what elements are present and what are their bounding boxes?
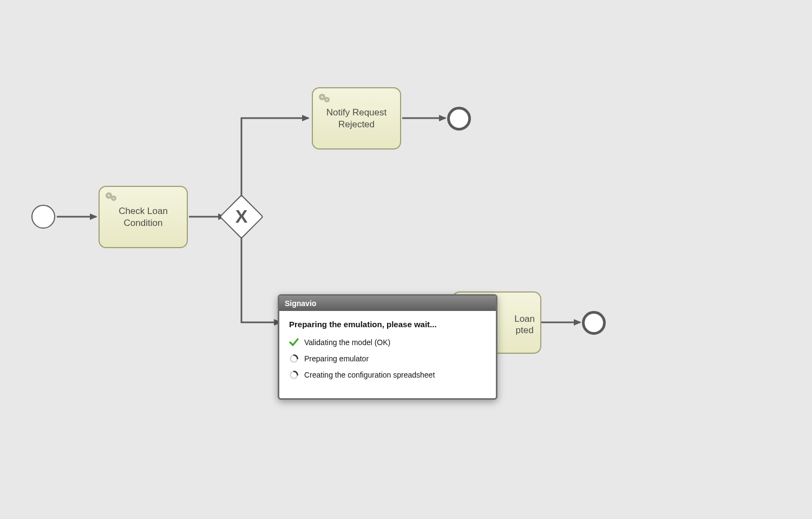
gateway-x-icon: X [235,206,248,227]
spinner-icon [289,354,299,364]
svg-point-7 [326,99,328,100]
exclusive-gateway[interactable]: X [226,201,257,232]
svg-point-2 [108,194,110,197]
svg-point-3 [113,197,114,199]
service-task-icon [318,93,331,105]
status-label: Preparing emulator [304,354,369,363]
end-event-rejected[interactable] [447,107,471,131]
dialog-title: Signavio [279,296,496,311]
task-notify-request-rejected[interactable]: Notify Request Rejected [312,87,401,150]
emulation-progress-dialog: Signavio Preparing the emulation, please… [278,294,497,400]
status-row-spreadsheet: Creating the configuration spreadsheet [289,370,486,380]
sequence-flows [0,0,812,519]
svg-point-6 [321,96,323,98]
check-icon [289,338,299,347]
dialog-heading: Preparing the emulation, please wait... [289,320,486,329]
status-label: Creating the configuration spreadsheet [304,371,435,379]
bpmn-canvas[interactable]: Check Loan Condition X Notify Request Re… [0,0,812,519]
status-row-preparing: Preparing emulator [289,354,486,364]
service-task-icon [105,191,118,203]
task-label: Loan pted [514,313,535,336]
task-check-loan-condition[interactable]: Check Loan Condition [99,186,188,248]
status-label: Validating the model (OK) [304,338,390,347]
task-label: Check Loan Condition [119,205,168,229]
end-event-accepted[interactable] [582,311,606,335]
task-label: Notify Request Rejected [326,107,387,130]
status-row-validating: Validating the model (OK) [289,338,486,347]
start-event[interactable] [31,205,55,229]
spinner-icon [289,370,299,380]
